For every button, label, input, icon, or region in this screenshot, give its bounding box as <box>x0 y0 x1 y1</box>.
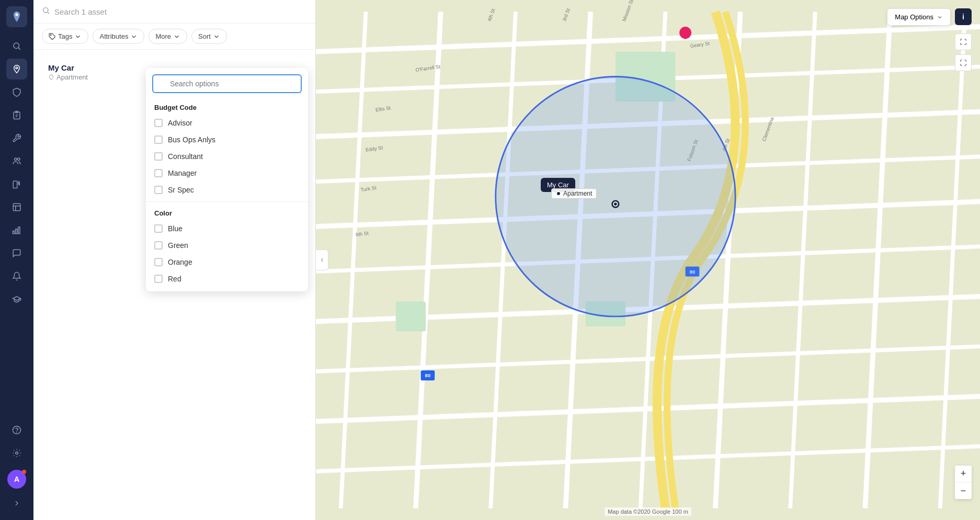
tags-label: Tags <box>58 32 72 40</box>
item-label-busopsanlys: Bus Ops Anlys <box>168 135 215 144</box>
dropdown-item-green[interactable]: Green <box>146 237 308 254</box>
svg-rect-8 <box>13 231 15 234</box>
sidebar-item-clipboard[interactable] <box>6 105 27 126</box>
map-options-button[interactable]: Map Options <box>887 8 951 26</box>
dropdown-item-orange[interactable]: Orange <box>146 254 308 270</box>
dropdown-item-blue[interactable]: Blue <box>146 220 308 237</box>
checkbox-consultant[interactable] <box>154 152 163 161</box>
map-info-label: i <box>962 13 964 21</box>
budget-code-section-title: Budget Code <box>146 99 308 115</box>
zoom-out-button[interactable]: − <box>955 482 972 499</box>
sidebar-item-settings[interactable] <box>6 443 27 464</box>
item-label-red: Red <box>168 275 181 283</box>
dropdown-divider <box>146 201 308 202</box>
notification-badge <box>22 470 26 474</box>
sidebar-item-wrench[interactable] <box>6 128 27 149</box>
sidebar-expand-button[interactable] <box>6 493 27 514</box>
svg-point-15 <box>50 35 51 36</box>
checkbox-blue[interactable] <box>154 224 163 233</box>
zoom-in-button[interactable]: + <box>955 466 972 482</box>
svg-point-58 <box>496 77 735 316</box>
map-collapse-button[interactable] <box>316 250 328 270</box>
checkbox-manager[interactable] <box>154 169 163 177</box>
dropdown-item-manager[interactable]: Manager <box>146 165 308 182</box>
svg-point-6 <box>18 158 20 161</box>
asset-panel: Tags Attributes More Sort My Car Apartme… <box>33 0 316 520</box>
sidebar-item-learning[interactable] <box>6 289 27 310</box>
search-bar <box>33 0 315 24</box>
sidebar-item-orders[interactable] <box>6 197 27 218</box>
sidebar-item-people[interactable] <box>6 151 27 172</box>
svg-point-61 <box>614 202 617 206</box>
svg-point-14 <box>43 8 48 13</box>
sidebar-item-search[interactable] <box>6 36 27 56</box>
svg-point-1 <box>14 43 19 49</box>
item-label-manager: Manager <box>168 169 197 177</box>
map-background: Geary St O'Farrell St Ellis St Eddy St T… <box>316 0 980 520</box>
item-label-consultant: Consultant <box>168 152 203 161</box>
map-marker-label: Apartment <box>551 188 597 199</box>
checkbox-red[interactable] <box>154 275 163 283</box>
sidebar: A <box>0 0 33 520</box>
sidebar-item-fuel[interactable] <box>6 174 27 195</box>
search-icon <box>42 6 50 17</box>
marker-label-text: Apartment <box>563 190 592 197</box>
svg-point-13 <box>16 452 18 455</box>
more-label: More <box>155 32 171 40</box>
sidebar-logo[interactable] <box>6 6 27 27</box>
checkbox-srspec[interactable] <box>154 186 163 194</box>
sort-filter-button[interactable]: Sort <box>191 29 227 44</box>
dropdown-item-red[interactable]: Red <box>146 270 308 287</box>
more-filter-button[interactable]: More <box>149 29 187 44</box>
map-options-label: Map Options <box>895 13 933 21</box>
dropdown-item-srspec[interactable]: Sr Spec <box>146 182 308 198</box>
attributes-filter-button[interactable]: Attributes <box>93 29 144 44</box>
svg-point-12 <box>17 432 17 432</box>
sidebar-item-analytics[interactable] <box>6 220 27 241</box>
svg-text:80: 80 <box>425 372 431 378</box>
map-zoom-controls: + − <box>955 466 972 499</box>
user-avatar[interactable]: A <box>7 470 26 489</box>
item-label-orange: Orange <box>168 258 192 266</box>
asset-location: Apartment <box>56 73 88 81</box>
dropdown-item-advisor[interactable]: Advisor <box>146 115 308 131</box>
item-label-green: Green <box>168 241 188 250</box>
map-fullscreen-button-1[interactable] <box>955 33 972 50</box>
svg-rect-9 <box>16 229 17 234</box>
filter-bar: Tags Attributes More Sort <box>33 24 315 50</box>
color-section-title: Color <box>146 205 308 220</box>
dropdown-item-busopsanlys[interactable]: Bus Ops Anlys <box>146 131 308 148</box>
sort-label: Sort <box>198 32 211 40</box>
map-fullscreen-button-2[interactable] <box>955 54 972 71</box>
checkbox-advisor[interactable] <box>154 119 163 127</box>
sidebar-item-chat[interactable] <box>6 243 27 264</box>
sidebar-item-shield[interactable] <box>6 82 27 103</box>
checkbox-busopsanlys[interactable] <box>154 135 163 144</box>
svg-rect-39 <box>396 301 426 331</box>
sidebar-item-map[interactable] <box>6 59 27 80</box>
sidebar-item-help[interactable] <box>6 420 27 440</box>
dropdown-search-input[interactable] <box>152 74 302 93</box>
marker-dot <box>556 191 561 196</box>
attributes-dropdown: Budget Code Advisor Bus Ops Anlys Consul… <box>146 68 308 291</box>
checkbox-orange[interactable] <box>154 258 163 266</box>
attributes-label: Attributes <box>99 32 128 40</box>
tags-filter-button[interactable]: Tags <box>42 29 88 44</box>
map-attribution: Map data ©2020 Google 100 m <box>605 507 691 516</box>
map-info-button[interactable]: i <box>955 8 972 25</box>
svg-point-0 <box>16 14 18 16</box>
tooltip-text: My Car <box>547 181 569 189</box>
sidebar-item-notifications[interactable] <box>6 266 27 287</box>
item-label-advisor: Advisor <box>168 119 192 127</box>
search-input[interactable] <box>54 7 307 16</box>
map-container[interactable]: Geary St O'Farrell St Ellis St Eddy St T… <box>316 0 980 520</box>
item-label-srspec: Sr Spec <box>168 186 194 194</box>
item-label-blue: Blue <box>168 224 183 233</box>
svg-point-2 <box>16 67 18 69</box>
svg-rect-7 <box>13 204 20 211</box>
svg-rect-10 <box>18 227 20 234</box>
dropdown-search-area <box>146 74 308 99</box>
dropdown-item-consultant[interactable]: Consultant <box>146 148 308 165</box>
checkbox-green[interactable] <box>154 241 163 250</box>
location-icon <box>48 74 54 81</box>
